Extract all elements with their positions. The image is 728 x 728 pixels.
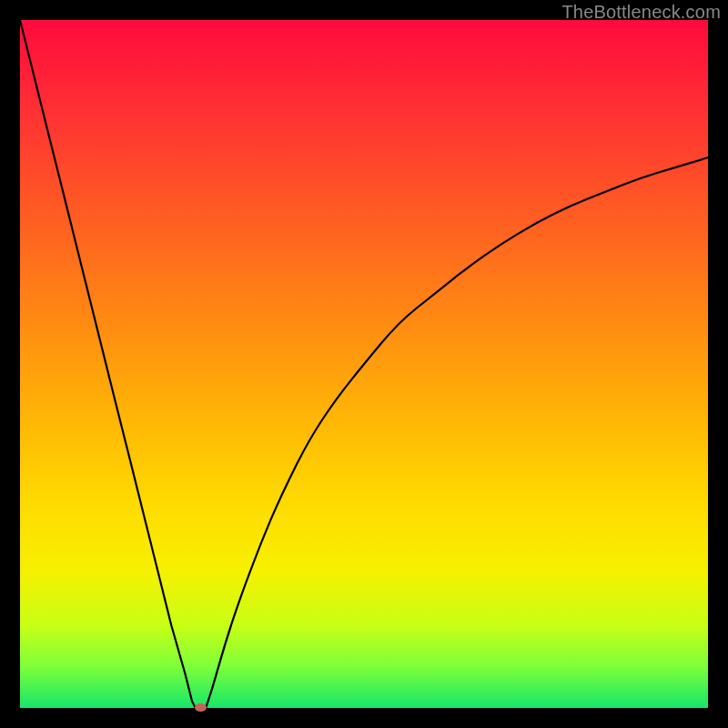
plot-area [20, 20, 708, 708]
chart-frame: TheBottleneck.com [0, 0, 728, 728]
minimum-marker [195, 703, 207, 712]
bottleneck-curve [20, 20, 708, 708]
watermark-text: TheBottleneck.com [561, 2, 721, 23]
